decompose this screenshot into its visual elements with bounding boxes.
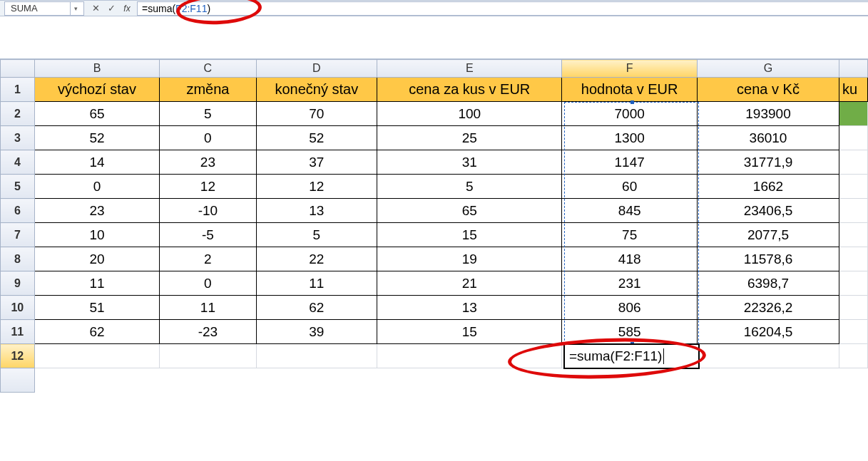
cell-F9[interactable]: 231 (562, 271, 698, 296)
row-header-6[interactable]: 6 (1, 199, 35, 223)
row-header-5[interactable]: 5 (1, 175, 35, 199)
col-header-D[interactable]: D (256, 60, 377, 78)
col-header-F[interactable]: F (562, 60, 698, 78)
row-header-3[interactable]: 3 (1, 126, 35, 150)
cell-F8[interactable]: 418 (562, 247, 698, 271)
cell-C4[interactable]: 23 (160, 150, 256, 175)
row-header-12[interactable]: 12 (1, 344, 35, 368)
row-header-10[interactable]: 10 (1, 296, 35, 320)
cell-B6[interactable]: 23 (34, 199, 159, 223)
cell-F4[interactable]: 1147 (562, 150, 698, 175)
cell-C7[interactable]: -5 (160, 223, 256, 247)
cell-C12[interactable] (160, 344, 256, 368)
cell-C6[interactable]: -10 (160, 199, 256, 223)
row-header-9[interactable]: 9 (1, 271, 35, 296)
cell-G9[interactable]: 6398,7 (697, 271, 839, 296)
cell-G6[interactable]: 23406,5 (697, 199, 839, 223)
cell-B1[interactable]: výchozí stav (34, 78, 159, 102)
cell-B2[interactable]: 65 (34, 102, 159, 126)
cell-F3[interactable]: 1300 (562, 126, 698, 150)
spreadsheet-grid[interactable]: B C D E F G 1 výchozí stav změna konečný… (0, 59, 868, 393)
cell-D6[interactable]: 13 (256, 199, 377, 223)
row-header-1[interactable]: 1 (1, 78, 35, 102)
col-header-C[interactable]: C (160, 60, 256, 78)
cell-F6[interactable]: 845 (562, 199, 698, 223)
cell-B9[interactable]: 11 (34, 271, 159, 296)
cell-D12[interactable] (256, 344, 377, 368)
cell-H11[interactable] (839, 320, 868, 344)
cell-F11[interactable]: 585 (562, 320, 698, 344)
row-header-4[interactable]: 4 (1, 150, 35, 175)
cell-D5[interactable]: 12 (256, 175, 377, 199)
row-header-7[interactable]: 7 (1, 223, 35, 247)
cell-C1[interactable]: změna (160, 78, 256, 102)
cell-E1[interactable]: cena za kus v EUR (377, 78, 562, 102)
cell-B5[interactable]: 0 (34, 175, 159, 199)
cell-C3[interactable]: 0 (160, 126, 256, 150)
cell-E5[interactable]: 5 (377, 175, 562, 199)
row-header-11[interactable]: 11 (1, 320, 35, 344)
cell-F7[interactable]: 75 (562, 223, 698, 247)
cell-E2[interactable]: 100 (377, 102, 562, 126)
cell-D9[interactable]: 11 (256, 271, 377, 296)
cell-H12[interactable] (839, 344, 868, 368)
cell-F5[interactable]: 60 (562, 175, 698, 199)
cell-D4[interactable]: 37 (256, 150, 377, 175)
cell-E3[interactable]: 25 (377, 126, 562, 150)
cell-E12[interactable] (377, 344, 562, 368)
cell-D1[interactable]: konečný stav (256, 78, 377, 102)
cell-F10[interactable]: 806 (562, 296, 698, 320)
cell-F2[interactable]: 7000 (562, 102, 698, 126)
col-header-B[interactable]: B (34, 60, 159, 78)
row-header-2[interactable]: 2 (1, 102, 35, 126)
cell-D7[interactable]: 5 (256, 223, 377, 247)
cell-H3[interactable] (839, 126, 868, 150)
fx-button[interactable]: fx (119, 2, 135, 15)
cell-G8[interactable]: 11578,6 (697, 247, 839, 271)
cell-B7[interactable]: 10 (34, 223, 159, 247)
cell-H8[interactable] (839, 247, 868, 271)
cell-G11[interactable]: 16204,5 (697, 320, 839, 344)
col-header-H[interactable] (839, 60, 868, 78)
cell-H10[interactable] (839, 296, 868, 320)
formula-input[interactable]: =suma(F2:F11) (137, 1, 868, 16)
cell-G7[interactable]: 2077,5 (697, 223, 839, 247)
cell-D11[interactable]: 39 (256, 320, 377, 344)
cell-G3[interactable]: 36010 (697, 126, 839, 150)
cell-H1[interactable]: ku (839, 78, 868, 102)
cell-G10[interactable]: 22326,2 (697, 296, 839, 320)
name-box-dropdown-icon[interactable]: ▾ (70, 2, 81, 15)
select-all-corner[interactable] (1, 60, 35, 78)
cell-G2[interactable]: 193900 (697, 102, 839, 126)
cell-E6[interactable]: 65 (377, 199, 562, 223)
cell-B4[interactable]: 14 (34, 150, 159, 175)
cell-H7[interactable] (839, 223, 868, 247)
cell-B12[interactable] (34, 344, 159, 368)
cell-B11[interactable]: 62 (34, 320, 159, 344)
formula-accept-button[interactable]: ✓ (103, 2, 119, 15)
cell-C5[interactable]: 12 (160, 175, 256, 199)
cell-B8[interactable]: 20 (34, 247, 159, 271)
row-header-13[interactable] (1, 368, 35, 393)
cell-C11[interactable]: -23 (160, 320, 256, 344)
cell-row13[interactable] (34, 368, 867, 393)
col-header-G[interactable]: G (697, 60, 839, 78)
cell-C2[interactable]: 5 (160, 102, 256, 126)
cell-H2[interactable] (839, 102, 868, 126)
cell-F1[interactable]: hodnota v EUR (562, 78, 698, 102)
name-box[interactable]: SUMA ▾ (4, 1, 84, 16)
cell-E9[interactable]: 21 (377, 271, 562, 296)
cell-C9[interactable]: 0 (160, 271, 256, 296)
cell-G4[interactable]: 31771,9 (697, 150, 839, 175)
cell-G12[interactable] (697, 344, 839, 368)
cell-E4[interactable]: 31 (377, 150, 562, 175)
cell-E11[interactable]: 15 (377, 320, 562, 344)
cell-E8[interactable]: 19 (377, 247, 562, 271)
row-header-8[interactable]: 8 (1, 247, 35, 271)
cell-B3[interactable]: 52 (34, 126, 159, 150)
cell-G1[interactable]: cena v Kč (697, 78, 839, 102)
cell-H4[interactable] (839, 150, 868, 175)
cell-C8[interactable]: 2 (160, 247, 256, 271)
cell-H5[interactable] (839, 175, 868, 199)
cell-B10[interactable]: 51 (34, 296, 159, 320)
